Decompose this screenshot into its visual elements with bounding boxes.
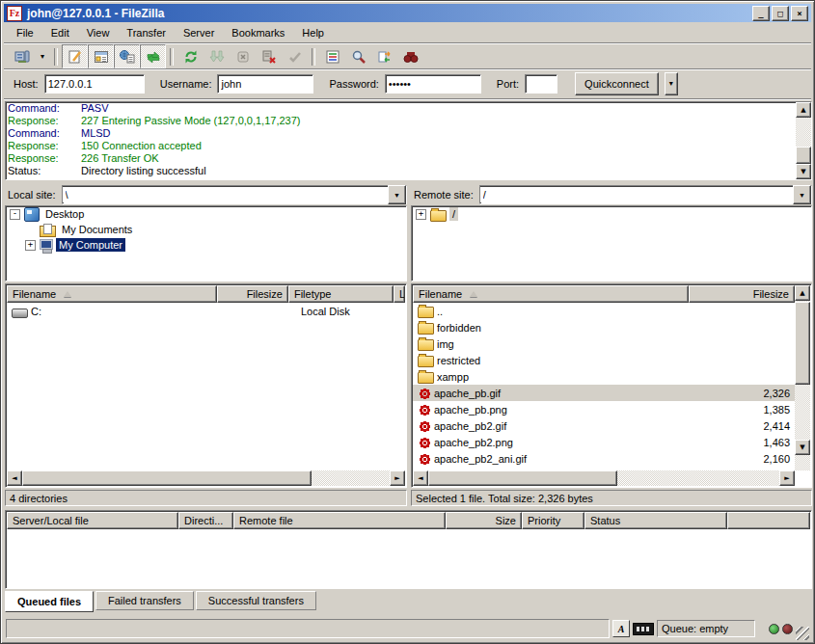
toolbar: ▾ xyxy=(4,44,811,68)
tree-item[interactable]: + / xyxy=(412,206,811,222)
local-column-filename[interactable]: Filename xyxy=(7,285,217,303)
remote-hscroll-right-icon[interactable]: ► xyxy=(779,470,795,486)
quickconnect-dropdown-button[interactable]: ▾ xyxy=(665,72,678,95)
close-button[interactable]: × xyxy=(791,6,808,21)
remote-site-dropdown-icon[interactable]: ▼ xyxy=(793,185,811,204)
local-site-combo[interactable]: ▼ xyxy=(62,185,407,204)
resize-grip[interactable] xyxy=(796,627,809,640)
remote-column-filename[interactable]: Filename xyxy=(413,285,689,303)
tab-successful-transfers[interactable]: Successful transfers xyxy=(196,591,316,610)
minimize-button[interactable]: _ xyxy=(752,6,770,21)
remote-site-combo[interactable]: ▼ xyxy=(479,185,812,204)
queue-column-size[interactable]: Size xyxy=(446,512,522,529)
host-input[interactable] xyxy=(44,74,145,94)
tree-item-label[interactable]: My Computer xyxy=(56,238,125,252)
local-site-dropdown-icon[interactable]: ▼ xyxy=(388,185,406,204)
queue-column-remote-file[interactable]: Remote file xyxy=(233,512,446,529)
queue-column-server-local-file[interactable]: Server/Local file xyxy=(7,512,178,529)
refresh-icon[interactable] xyxy=(177,44,204,68)
local-column-lastmodified[interactable]: L xyxy=(394,285,405,303)
remote-file-row[interactable]: xampp xyxy=(413,368,795,385)
local-directory-tree[interactable]: - Desktop My Documents + My Computer xyxy=(5,205,407,282)
find-files-icon[interactable] xyxy=(345,44,371,68)
log-scrollbar-thumb[interactable] xyxy=(796,147,811,164)
remote-file-row[interactable]: apache_pb.gif 2,326 xyxy=(413,385,795,401)
title-bar[interactable]: Fz john@127.0.0.1 - FileZilla _ □ × xyxy=(4,4,811,22)
site-manager-icon[interactable] xyxy=(9,44,35,68)
disconnect-icon[interactable] xyxy=(256,44,282,68)
queue-column-priority[interactable]: Priority xyxy=(522,512,584,529)
queue-column-status[interactable]: Status xyxy=(584,512,727,529)
speed-limit-icon[interactable] xyxy=(633,623,654,635)
username-input[interactable] xyxy=(217,74,313,94)
local-hscroll-right-icon[interactable]: ► xyxy=(390,470,405,486)
tree-expander-icon[interactable]: - xyxy=(10,209,20,220)
tree-item-label[interactable]: Desktop xyxy=(42,207,87,221)
remote-site-path-input[interactable] xyxy=(480,187,793,202)
tree-item[interactable]: + My Computer xyxy=(6,237,406,253)
remote-column-filesize[interactable]: Filesize xyxy=(689,285,795,303)
tree-expander-icon[interactable]: + xyxy=(416,209,426,220)
tree-expander-icon[interactable]: + xyxy=(25,240,36,251)
queue-column-direction[interactable]: Directi... xyxy=(178,512,233,529)
remote-vscrollbar-thumb[interactable] xyxy=(795,302,810,385)
log-line: Response: 227 Entering Passive Mode (127… xyxy=(6,115,811,127)
port-input[interactable] xyxy=(525,74,557,94)
local-hscrollbar-thumb[interactable] xyxy=(22,470,312,486)
remote-file-row[interactable]: img xyxy=(413,335,795,352)
tree-item[interactable]: My Documents xyxy=(6,222,406,237)
log-line-label: Response: xyxy=(8,140,81,152)
remote-file-row[interactable]: apache_pb2_ani.gif 2,160 xyxy=(413,450,795,467)
menu-file[interactable]: File xyxy=(8,24,42,41)
toggle-remote-tree-icon[interactable] xyxy=(114,44,140,68)
directory-listing-filters-icon[interactable] xyxy=(319,44,345,68)
site-manager-dropdown-icon[interactable]: ▾ xyxy=(35,44,50,68)
menu-edit[interactable]: Edit xyxy=(42,24,78,41)
menu-bookmarks[interactable]: Bookmarks xyxy=(223,24,293,41)
toggle-local-tree-icon[interactable] xyxy=(88,44,114,68)
remote-file-row[interactable]: apache_pb2.gif 2,414 xyxy=(413,417,795,434)
local-column-filetype[interactable]: Filetype xyxy=(288,285,394,303)
reconnect-icon[interactable] xyxy=(282,44,308,68)
log-scroll-up-icon[interactable]: ▲ xyxy=(796,102,811,118)
remote-file-row[interactable]: restricted xyxy=(413,352,795,368)
tree-item[interactable]: - Desktop xyxy=(6,206,406,222)
local-file-row[interactable]: C: Local Disk xyxy=(7,303,405,319)
remote-hscroll-left-icon[interactable]: ◄ xyxy=(413,470,428,486)
process-queue-icon[interactable] xyxy=(204,44,230,68)
menu-help[interactable]: Help xyxy=(293,24,333,41)
password-input[interactable] xyxy=(385,74,481,94)
menu-view[interactable]: View xyxy=(78,24,119,41)
cancel-operation-icon[interactable] xyxy=(230,44,256,68)
synchronized-browsing-icon[interactable] xyxy=(371,44,397,68)
file-size: 2,160 xyxy=(689,453,795,465)
transfer-queue-pane[interactable]: Server/Local file Directi... Remote file… xyxy=(5,510,812,589)
local-list-body[interactable]: C: Local Disk xyxy=(7,303,405,470)
tab-queued-files[interactable]: Queued files xyxy=(5,591,94,612)
remote-vscroll-down-icon[interactable]: ▼ xyxy=(795,440,810,455)
log-scroll-down-icon[interactable]: ▼ xyxy=(796,164,811,179)
tree-item-label[interactable]: My Documents xyxy=(59,223,135,236)
maximize-button[interactable]: □ xyxy=(772,6,789,21)
quickconnect-button[interactable]: Quickconnect xyxy=(575,72,659,95)
remote-file-row[interactable]: apache_pb2.png 1,463 xyxy=(413,434,795,450)
message-log[interactable]: Command: PASV Response: 227 Entering Pas… xyxy=(5,101,812,180)
tab-failed-transfers[interactable]: Failed transfers xyxy=(95,591,194,610)
remote-file-row[interactable]: apache_pb.png 1,385 xyxy=(413,401,795,417)
remote-hscrollbar-thumb[interactable] xyxy=(428,470,617,486)
local-site-path-input[interactable] xyxy=(63,187,388,202)
remote-directory-tree[interactable]: + / xyxy=(411,205,812,282)
toggle-transfer-queue-icon[interactable] xyxy=(140,44,166,68)
local-hscroll-left-icon[interactable]: ◄ xyxy=(7,470,22,486)
queue-tabs: Queued files Failed transfers Successful… xyxy=(5,591,316,614)
remote-vscroll-up-icon[interactable]: ▲ xyxy=(795,285,810,301)
remote-file-row[interactable]: forbidden xyxy=(413,319,795,335)
tree-item-label[interactable]: / xyxy=(449,207,458,221)
directory-comparison-icon[interactable] xyxy=(397,44,423,68)
toggle-message-log-icon[interactable] xyxy=(62,44,88,68)
remote-file-row[interactable]: .. xyxy=(413,303,795,319)
remote-list-body[interactable]: .. forbidden img restricted xyxy=(413,303,795,470)
menu-transfer[interactable]: Transfer xyxy=(118,24,175,41)
menu-server[interactable]: Server xyxy=(175,24,223,41)
local-column-filesize[interactable]: Filesize xyxy=(217,285,288,303)
